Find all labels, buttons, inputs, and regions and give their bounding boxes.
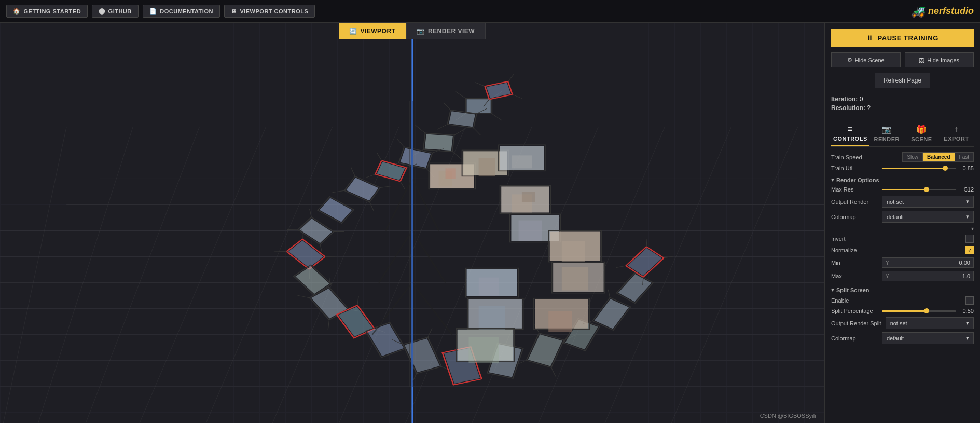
scene-icon: 🎁 [916,125,927,134]
github-button[interactable]: ⬤ GITHUB [92,5,139,18]
speed-balanced-button[interactable]: Balanced [923,153,955,161]
min-input[interactable]: Y 0.00 [882,257,974,268]
viewport-tabs: 🔄 VIEWPORT 📷 RENDER VIEW [339,23,486,39]
svg-rect-40 [425,134,453,151]
svg-line-44 [451,152,463,159]
enable-toggle[interactable] [965,296,974,305]
svg-rect-155 [468,337,499,363]
svg-rect-140 [562,241,585,262]
svg-rect-152 [479,306,505,330]
hide-images-icon: 🖼 [919,57,924,63]
tab-controls[interactable]: ≡ CONTROLS [831,120,869,146]
viewport-tab[interactable]: 🔄 VIEWPORT [339,23,406,39]
max-res-thumb[interactable] [924,187,929,192]
tab-scene[interactable]: 🎁 SCENE [904,120,939,146]
split-percentage-slider[interactable] [882,310,956,312]
svg-line-96 [409,374,420,383]
svg-line-11 [80,127,200,423]
split-percentage-value: 0.50 [959,308,974,314]
colormap-split-dropdown[interactable]: default ▾ [882,332,974,344]
split-percentage-track[interactable] [882,310,956,312]
svg-rect-124 [446,168,456,179]
min-row: Min Y 0.00 [831,257,974,268]
hide-scene-button[interactable]: ⚙ Hide Scene [831,52,901,67]
split-percentage-thumb[interactable] [924,308,929,313]
svg-line-55 [365,172,376,180]
train-util-thumb[interactable] [943,166,948,171]
nav-left: 🏠 GETTING STARTED ⬤ GITHUB 📄 DOCUMENTATI… [6,5,315,18]
train-util-fill [882,168,945,169]
svg-line-19 [598,127,731,423]
svg-line-12 [133,127,266,423]
max-res-slider[interactable] [882,189,956,190]
svg-rect-143 [562,267,588,291]
svg-line-9 [0,127,66,423]
svg-rect-130 [512,155,532,168]
scene-canvas[interactable] [0,23,824,423]
colormap-dropdown[interactable]: default ▾ [882,211,974,223]
svg-line-75 [274,247,286,256]
svg-line-37 [437,123,447,130]
svg-line-60 [380,182,392,191]
colormap-row: Colormap default ▾ [831,211,974,223]
min-controls: Y 0.00 [882,257,974,268]
render-view-tab[interactable]: 📷 RENDER VIEW [406,23,486,39]
resolution-row: Resolution: ? [831,104,974,112]
tab-render[interactable]: 📷 RENDER [869,120,904,146]
svg-line-35 [442,103,452,110]
getting-started-button[interactable]: 🏠 GETTING STARTED [6,5,88,18]
viewport-tab-icon: 🔄 [349,28,357,35]
output-render-label: Output Render [831,199,878,205]
svg-line-32 [513,93,522,100]
split-percentage-row: Split Percentage 0.50 [831,308,974,314]
svg-line-10 [33,127,133,423]
main-area: 🔄 VIEWPORT 📷 RENDER VIEW [0,23,980,423]
svg-line-41 [415,125,426,133]
invert-toggle[interactable] [965,235,974,243]
output-render-split-dropdown[interactable]: not set ▾ [886,317,974,329]
logo-icon: 🚜 [911,5,925,18]
svg-line-20 [665,127,797,423]
normalize-toggle[interactable]: ✓ [965,246,974,254]
svg-rect-134 [522,192,535,202]
normalize-row: Normalize ✓ [831,246,974,254]
viewport-controls-button[interactable]: 🖥 VIEWPORT CONTROLS [224,5,315,18]
top-nav: 🏠 GETTING STARTED ⬤ GITHUB 📄 DOCUMENTATI… [0,0,980,23]
colormap-split-label: Colormap [831,335,878,342]
svg-line-30 [506,74,516,81]
tab-export[interactable]: ↑ EXPORT [939,120,974,146]
svg-line-61 [332,187,344,196]
invert-controls [882,235,974,243]
colormap-arrow-icon: ▾ [966,213,969,220]
max-res-row: Max Res 512 [831,186,974,193]
output-render-row: Output Render not set ▾ [831,196,974,208]
svg-line-74 [325,252,338,262]
viewport-ctrl-icon: 🖥 [231,8,237,15]
svg-rect-127 [479,158,495,176]
train-util-track[interactable] [882,168,956,169]
svg-line-84 [323,320,335,329]
export-icon: ↑ [954,125,959,134]
speed-fast-button[interactable]: Fast [955,153,973,161]
train-util-slider[interactable] [882,168,956,169]
svg-line-117 [616,263,626,270]
svg-rect-22 [467,99,491,113]
max-controls: Y 1.0 [882,271,974,281]
more-options-arrow[interactable]: ▾ [831,226,974,231]
train-util-controls: 0.85 [882,165,974,171]
github-icon: ⬤ [99,8,105,15]
documentation-button[interactable]: 📄 DOCUMENTATION [143,5,220,18]
speed-slow-button[interactable]: Slow [903,153,923,161]
hide-images-button[interactable]: 🖼 Hide Images [905,52,974,67]
render-icon: 📷 [881,125,892,134]
svg-line-93 [425,328,436,337]
max-label: Max [831,273,878,279]
refresh-page-button[interactable]: Refresh Page [875,73,930,88]
output-render-dropdown[interactable]: not set ▾ [882,196,974,208]
max-input[interactable]: Y 1.0 [882,271,974,281]
svg-rect-114 [618,274,652,302]
render-options-header[interactable]: ▾ Render Options [831,176,974,183]
max-res-track[interactable] [882,189,956,190]
split-screen-header[interactable]: ▾ Split Screen [831,286,974,293]
pause-training-button[interactable]: ⏸ PAUSE TRAINING [831,29,974,47]
